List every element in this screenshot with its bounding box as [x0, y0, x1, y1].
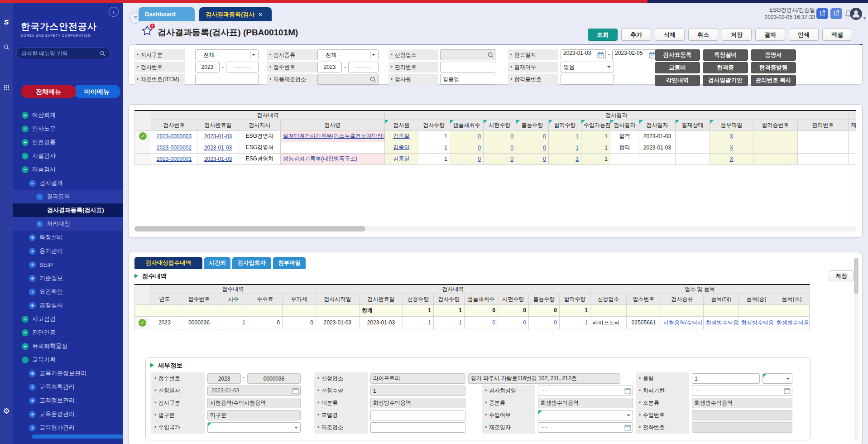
- sidebar-item-edu-evaluation-mgmt[interactable]: +교육평가관리: [13, 421, 123, 434]
- cell-pass[interactable]: 1: [549, 153, 581, 164]
- detail-category-large-input[interactable]: [370, 398, 465, 408]
- product-maker-input[interactable]: [317, 74, 379, 85]
- cell-complete-date[interactable]: 2023-01-03: [197, 153, 239, 164]
- col-etc[interactable]: 제조번호: [849, 120, 856, 130]
- col-piece[interactable]: 시편수량: [498, 294, 529, 304]
- detail-capacity-unit-select[interactable]: [762, 373, 792, 384]
- detail-import-country-select[interactable]: [207, 422, 301, 433]
- specific-equipment-button[interactable]: 특정설비: [703, 49, 748, 61]
- menu-grid-icon[interactable]: [0, 85, 13, 92]
- inspection-sheet-register-button[interactable]: 검사표등록: [655, 49, 700, 61]
- sidebar-item-edu-planning[interactable]: −교육기획: [13, 353, 123, 367]
- cell-inspector[interactable]: 김종일: [385, 142, 418, 153]
- receipt-no-serial-input[interactable]: [348, 62, 379, 72]
- calendar-icon[interactable]: [597, 52, 604, 58]
- col-receipt-no[interactable]: 접수번호: [179, 294, 219, 304]
- col-start-date[interactable]: 검사시작일: [316, 294, 360, 304]
- engrave-history-button[interactable]: 각인내역: [655, 75, 700, 86]
- detail-apply-shop-input[interactable]: [370, 373, 465, 384]
- detail-receipt-year-input[interactable]: [207, 373, 241, 384]
- menu-search-box[interactable]: [16, 47, 110, 59]
- cell-fail[interactable]: 0: [516, 153, 549, 164]
- col-piece[interactable]: 시편수량: [484, 120, 516, 130]
- col-fail[interactable]: 불능수량: [529, 294, 560, 304]
- col-year[interactable]: 년도: [150, 294, 179, 304]
- sidebar-item-edu-plan-mgmt[interactable]: +교육계획관리: [13, 380, 123, 394]
- cert-no-input[interactable]: [561, 74, 614, 85]
- search-icon[interactable]: [99, 50, 106, 57]
- cell-inspection-name[interactable]: 성능검정기록부(내압방폭구조): [281, 153, 385, 164]
- col-inspection-type[interactable]: 검사종류: [661, 294, 704, 304]
- cell-sample[interactable]: 0: [450, 130, 484, 142]
- sidebar-item-accident-check[interactable]: +사고점검: [13, 312, 123, 326]
- detail-apply-qty-input[interactable]: [370, 386, 465, 396]
- sidebar-item-safety-common[interactable]: +안전공통: [13, 135, 123, 149]
- sidebar-collapse-icon[interactable]: ‹: [109, 7, 119, 17]
- tab-receipt-detail[interactable]: 검사대상접수내역: [134, 257, 202, 269]
- sidebar-item-inspection-result[interactable]: −검사결과: [13, 176, 123, 190]
- col-order[interactable]: 차수: [219, 294, 248, 304]
- col-vat[interactable]: 부가세: [283, 294, 316, 304]
- transport-fee-button[interactable]: 교통비: [655, 62, 700, 73]
- cell-sample[interactable]: 0: [450, 153, 484, 164]
- search-icon[interactable]: [487, 52, 494, 58]
- open-window-button[interactable]: [816, 8, 828, 19]
- col-fail[interactable]: 불능수량: [516, 120, 549, 130]
- table-row[interactable]: 2023-0000002 2023-01-03 ESG경영처 김종일 1 0 0…: [135, 142, 857, 153]
- certificate-doc-button[interactable]: 증명서: [751, 49, 796, 61]
- col-inspection-date[interactable]: 검사일자: [639, 120, 676, 130]
- detail-category-small-input[interactable]: [692, 398, 792, 408]
- grid-horizontal-scrollbar[interactable]: [134, 226, 856, 232]
- search-button[interactable]: 조회: [588, 29, 618, 41]
- search-icon[interactable]: [369, 76, 376, 83]
- col-result[interactable]: 검사결과: [610, 120, 639, 130]
- col-cert-no[interactable]: 합격증번호: [753, 120, 798, 130]
- pass-cert-issue-button[interactable]: 합격증발행: [751, 62, 796, 73]
- col-branch[interactable]: 검사지사: [239, 120, 281, 130]
- sidebar-item-seip[interactable]: +SEIP: [13, 258, 123, 271]
- col-pass[interactable]: 합격수량: [560, 294, 590, 304]
- col-item-middle[interactable]: 품목(중): [739, 294, 774, 304]
- col-apply-qty[interactable]: 신청수량: [403, 294, 434, 304]
- calendar-icon[interactable]: [784, 387, 791, 394]
- sidebar-horizontal-scrollbar[interactable]: [32, 434, 123, 439]
- col-inspector[interactable]: 검사원: [385, 120, 418, 130]
- cell-inspection-no[interactable]: 2023-0000003: [151, 130, 197, 142]
- detail-maker-input[interactable]: [370, 422, 465, 433]
- section-save-button[interactable]: 저장: [829, 270, 854, 281]
- detail-law-type-input[interactable]: [207, 410, 301, 420]
- detail-model-name-input[interactable]: [370, 410, 465, 420]
- detail-shop-address-input[interactable]: [468, 373, 620, 384]
- sidebar-item-edu-standard-info[interactable]: +교육기준정보관리: [13, 367, 123, 380]
- calendar-icon[interactable]: [292, 387, 299, 394]
- sidebar-item-result-register-sheet[interactable]: 검사결과등록(검사표): [13, 203, 123, 217]
- save-button[interactable]: 저장: [722, 29, 752, 41]
- cancel-button[interactable]: 취소: [688, 29, 718, 41]
- cell-sample[interactable]: 0: [450, 142, 484, 153]
- sidebar-item-hazardous-chem[interactable]: +유해화학물질: [13, 339, 123, 353]
- sidebar-item-diagnosis-cert[interactable]: +진단인증: [13, 326, 123, 339]
- detail-vertical-scrollbar[interactable]: [854, 258, 858, 441]
- chevron-down-icon[interactable]: ▼: [862, 15, 867, 21]
- col-complete-date[interactable]: 검사완료일: [360, 294, 403, 304]
- search-icon[interactable]: [0, 44, 13, 52]
- cell-attachment[interactable]: X: [710, 142, 753, 153]
- col-sample[interactable]: 샘플채취수: [465, 294, 498, 304]
- col-approve-state[interactable]: 결재상태: [676, 120, 710, 130]
- cell-inspection-name[interactable]: [281, 142, 385, 153]
- col-sample[interactable]: 샘플채취수: [450, 120, 484, 130]
- cell-inspection-no[interactable]: 2023-0000001: [151, 153, 197, 164]
- cell-pass[interactable]: 1: [549, 130, 581, 142]
- cell-attachment[interactable]: X: [710, 130, 753, 142]
- pass-cert-button[interactable]: 합격증: [703, 62, 748, 73]
- cell-fail[interactable]: 0: [516, 130, 549, 142]
- tab-my-menu[interactable]: 마이메뉴: [73, 85, 120, 98]
- tab-inspection-witness[interactable]: 검사입회자: [232, 257, 271, 269]
- sidebar-item-customer-info-mgmt[interactable]: +고객정보관리: [13, 394, 123, 407]
- sidebar-item-product-inspection[interactable]: −제품검사: [13, 163, 123, 176]
- table-row[interactable]: ✓ 2023 0000036 1 0 0 2023-01-03 2023-01-…: [135, 316, 810, 329]
- cell-pass[interactable]: 1: [549, 142, 581, 153]
- menu-search-input[interactable]: [21, 50, 99, 57]
- col-item-large[interactable]: 품목(대): [704, 294, 739, 304]
- detail-inspection-type-input[interactable]: [207, 398, 301, 408]
